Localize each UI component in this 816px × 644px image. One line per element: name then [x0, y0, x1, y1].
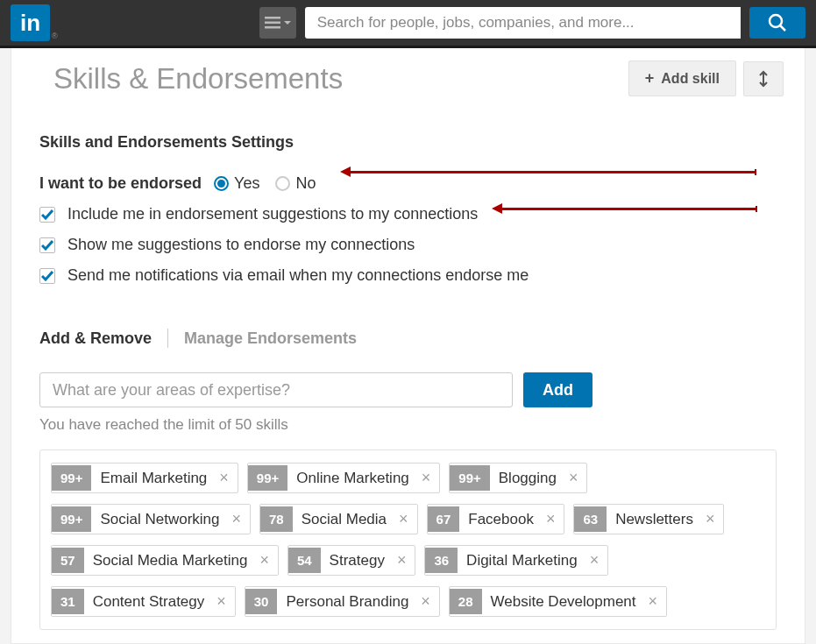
skill-count: 99+ [248, 465, 287, 491]
skill-count: 67 [428, 506, 460, 532]
checkbox-notify-row: Send me notifications via email when my … [39, 266, 777, 285]
global-header: in ® [0, 0, 816, 48]
skill-chip: 99+Blogging× [449, 463, 587, 493]
skill-chip: 30Personal Branding× [245, 586, 440, 617]
add-button[interactable]: Add [523, 372, 592, 407]
check-icon [41, 271, 53, 281]
svg-point-3 [770, 15, 782, 27]
skill-name: Strategy [321, 547, 394, 575]
skill-chip: 78Social Media× [259, 504, 418, 534]
nav-menu-button[interactable] [259, 7, 296, 39]
skill-name: Newsletters [607, 506, 702, 534]
remove-skill-icon[interactable]: × [256, 546, 278, 575]
skill-name: Social Media Marketing [84, 547, 257, 575]
skill-chip: 28Website Development× [449, 586, 667, 617]
remove-skill-icon[interactable]: × [216, 464, 238, 492]
hamburger-icon [265, 17, 280, 29]
tab-separator [167, 329, 168, 348]
skill-name: Digital Marketing [458, 547, 586, 575]
svg-rect-0 [265, 17, 280, 19]
skill-count: 31 [52, 589, 84, 614]
plus-icon: + [645, 69, 655, 88]
annotation-arrow-2 [500, 208, 757, 210]
skill-chip: 99+Email Marketing× [51, 463, 238, 493]
remove-skill-icon[interactable]: × [394, 546, 415, 575]
remove-skill-icon[interactable]: × [645, 587, 667, 616]
tab-add-remove[interactable]: Add & Remove [39, 329, 152, 348]
skill-chip: 31Content Strategy× [51, 586, 236, 617]
tab-manage-endorsements[interactable]: Manage Endorsements [184, 329, 357, 348]
skill-name: Personal Branding [277, 588, 417, 616]
svg-rect-1 [265, 22, 280, 25]
radio-no[interactable] [275, 176, 290, 191]
checkbox-show-row: Show me suggestions to endorse my connec… [39, 236, 777, 254]
skill-count: 36 [425, 548, 458, 573]
remove-skill-icon[interactable]: × [229, 505, 251, 534]
expertise-input[interactable] [39, 372, 513, 407]
skill-count: 99+ [450, 465, 489, 491]
skill-count: 99+ [52, 506, 91, 532]
linkedin-logo[interactable]: in [11, 4, 50, 41]
skill-count: 30 [245, 589, 278, 614]
radio-no-label: No [295, 174, 316, 193]
title-row: Skills & Endorsements + Add skill [11, 48, 805, 119]
skill-chip: 99+Social Networking× [51, 504, 251, 534]
check-icon [41, 209, 53, 220]
tab-row: Add & Remove Manage Endorsements [39, 329, 777, 348]
reorder-button[interactable] [743, 61, 784, 96]
checkbox-notify-label: Send me notifications via email when my … [67, 266, 529, 285]
add-skill-button[interactable]: + Add skill [628, 60, 736, 96]
remove-skill-icon[interactable]: × [395, 505, 417, 534]
remove-skill-icon[interactable]: × [543, 505, 564, 534]
skill-name: Website Development [482, 588, 645, 616]
remove-skill-icon[interactable]: × [213, 587, 235, 616]
skill-name: Facebook [459, 506, 543, 534]
add-skill-label: Add skill [661, 71, 720, 87]
endorse-label: I want to be endorsed [39, 174, 202, 193]
skill-name: Email Marketing [91, 464, 216, 492]
skill-name: Online Marketing [287, 464, 418, 492]
add-expertise-row: Add [39, 372, 777, 407]
annotation-arrow-1 [349, 171, 756, 173]
search-icon [768, 13, 787, 32]
remove-skill-icon[interactable]: × [417, 587, 439, 616]
skill-count: 57 [52, 548, 84, 573]
skill-row: 99+Email Marketing×99+Online Marketing×9… [51, 463, 765, 493]
checkbox-notify[interactable] [39, 268, 55, 284]
checkbox-include[interactable] [39, 207, 55, 223]
svg-rect-2 [265, 26, 280, 29]
remove-skill-icon[interactable]: × [702, 505, 724, 534]
skill-row: 31Content Strategy×30Personal Branding×2… [51, 586, 765, 617]
skill-count: 63 [574, 506, 607, 532]
skill-chip: 63Newsletters× [573, 504, 724, 534]
checkbox-show-label: Show me suggestions to endorse my connec… [67, 236, 415, 254]
skill-name: Social Networking [91, 506, 228, 534]
page-title: Skills & Endorsements [53, 62, 628, 96]
radio-yes[interactable] [214, 176, 229, 191]
endorse-radio-row: I want to be endorsed Yes No [39, 174, 777, 193]
skill-count: 99+ [52, 465, 91, 491]
remove-skill-icon[interactable]: × [586, 546, 608, 575]
search-input[interactable] [305, 7, 741, 39]
skill-count: 78 [260, 506, 293, 532]
skill-row: 99+Social Networking×78Social Media×67Fa… [51, 504, 765, 534]
check-icon [41, 240, 53, 251]
skill-name: Content Strategy [84, 588, 214, 616]
page-container: Skills & Endorsements + Add skill Skills… [11, 48, 805, 644]
skill-chip: 36Digital Marketing× [424, 545, 608, 576]
remove-skill-icon[interactable]: × [418, 464, 440, 492]
logo-trademark: ® [52, 32, 58, 46]
skill-name: Social Media [293, 506, 395, 534]
settings-heading: Skills and Endorsements Settings [39, 133, 777, 152]
checkbox-include-label: Include me in endorsement suggestions to… [67, 205, 478, 223]
remove-skill-icon[interactable]: × [565, 464, 587, 492]
search-button[interactable] [749, 7, 805, 39]
skill-chip: 57Social Media Marketing× [51, 545, 279, 576]
checkbox-show[interactable] [39, 237, 55, 253]
skill-chip: 99+Online Marketing× [247, 463, 440, 493]
skill-chip: 54Strategy× [287, 545, 416, 576]
radio-yes-label: Yes [234, 174, 259, 193]
skill-count: 28 [450, 589, 482, 614]
skills-box: 99+Email Marketing×99+Online Marketing×9… [39, 449, 777, 630]
skill-row: 57Social Media Marketing×54Strategy×36Di… [51, 545, 765, 576]
